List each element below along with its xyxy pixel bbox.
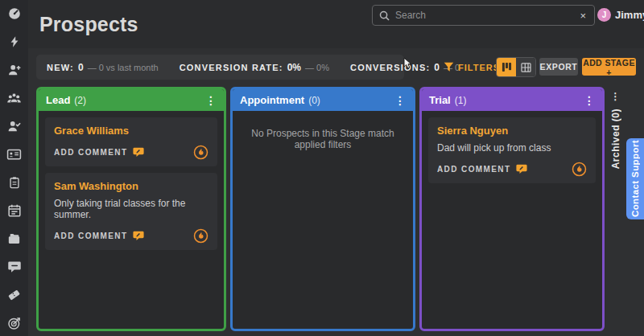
- kanban-icon: [502, 62, 512, 72]
- stage-count: (0): [308, 95, 320, 106]
- add-comment-button[interactable]: ADD COMMENT: [54, 231, 144, 241]
- dashboard-gauge-icon[interactable]: [6, 6, 23, 22]
- stat-new: NEW: 0 — 0 vs last month: [47, 62, 159, 73]
- prospect-card[interactable]: Sierra Nguyen Dad will pick up from clas…: [428, 117, 596, 183]
- contact-support-tab[interactable]: Contact Support: [626, 138, 644, 219]
- stage-column-appointment: Appointment (0) ⋮ No Prospects in this S…: [230, 87, 415, 331]
- clear-search-icon[interactable]: ×: [578, 10, 588, 21]
- stage-count: (2): [74, 95, 86, 106]
- contact-support-label: Contact Support: [630, 140, 640, 217]
- search-box[interactable]: ×: [372, 5, 595, 26]
- ticket-icon[interactable]: [6, 287, 23, 303]
- stage-menu-icon[interactable]: ⋮: [584, 95, 595, 106]
- prospect-note: Dad will pick up from class: [437, 142, 587, 154]
- prospect-name[interactable]: Sam Washington: [54, 180, 208, 192]
- search-icon: [379, 10, 390, 21]
- comment-bubble-icon: [516, 164, 527, 174]
- page-title: Prospects: [39, 13, 138, 36]
- add-comment-button[interactable]: ADD COMMENT: [54, 147, 144, 158]
- stage-menu-icon[interactable]: ⋮: [205, 95, 217, 106]
- user-menu[interactable]: J Jimmy: [597, 6, 644, 23]
- prospect-name[interactable]: Grace Williams: [54, 125, 208, 137]
- calendar-icon[interactable]: [6, 203, 23, 219]
- clipboard-icon[interactable]: [6, 174, 23, 191]
- hot-lead-fire-icon[interactable]: [193, 228, 208, 244]
- user-name: Jimmy: [615, 9, 644, 21]
- prospect-card[interactable]: Grace Williams ADD COMMENT: [45, 117, 217, 166]
- people-group-icon[interactable]: [6, 90, 23, 106]
- hot-lead-fire-icon[interactable]: [572, 162, 587, 177]
- archived-stage-label: Archived (0): [610, 109, 621, 169]
- stage-header-appointment: Appointment (0) ⋮: [233, 89, 413, 111]
- prospects-app: Prospects × J Jimmy NEW: 0 — 0 vs last m…: [0, 0, 644, 336]
- stage-menu-icon[interactable]: ⋮: [394, 95, 406, 106]
- grid-view-button[interactable]: [516, 58, 535, 76]
- stage-count: (1): [455, 95, 467, 106]
- prospect-note: Only taking trial classes for the summer…: [54, 198, 208, 220]
- export-button[interactable]: EXPORT: [539, 58, 578, 76]
- funnel-icon: [444, 62, 454, 72]
- hot-lead-fire-icon[interactable]: [193, 145, 208, 160]
- avatar: J: [597, 8, 611, 22]
- folders-icon[interactable]: [6, 231, 23, 247]
- empty-stage-message: No Prospects in this Stage match applied…: [239, 117, 407, 150]
- id-card-icon[interactable]: [6, 146, 23, 162]
- add-comment-button[interactable]: ADD COMMENT: [437, 164, 527, 174]
- stage-menu-icon[interactable]: ⋮: [611, 92, 621, 101]
- stage-column-lead: Lead (2) ⋮ Grace Williams ADD COMMENT Sa…: [36, 87, 226, 331]
- stage-header-trial: Trial (1) ⋮: [422, 89, 602, 111]
- add-stage-button[interactable]: ADD STAGE +: [582, 58, 636, 76]
- prospect-name[interactable]: Sierra Nguyen: [437, 125, 587, 137]
- search-input[interactable]: [395, 10, 572, 21]
- stage-column-trial: Trial (1) ⋮ Sierra Nguyen Dad will pick …: [419, 87, 605, 331]
- stats-bar: NEW: 0 — 0 vs last month CONVERSION RATE…: [36, 55, 404, 80]
- comment-bubble-icon: [133, 231, 144, 241]
- stage-header-lead: Lead (2) ⋮: [39, 89, 224, 111]
- grid-icon: [521, 63, 531, 72]
- target-icon[interactable]: [6, 315, 23, 331]
- archived-stage-collapsed[interactable]: ⋮ Archived (0): [606, 87, 625, 336]
- prospect-card[interactable]: Sam Washington Only taking trial classes…: [45, 173, 217, 250]
- add-person-icon[interactable]: [6, 62, 23, 78]
- comment-bubble-icon: [133, 147, 144, 158]
- chat-bubble-icon[interactable]: [6, 259, 23, 275]
- kanban-view-button[interactable]: [497, 58, 516, 76]
- sidebar-nav: [0, 0, 28, 336]
- lightning-bolt-icon[interactable]: [6, 34, 23, 50]
- stat-conversion-rate: CONVERSION RATE: 0% — 0%: [180, 62, 329, 73]
- view-toggle: [496, 57, 536, 77]
- person-check-icon[interactable]: [6, 118, 23, 134]
- filters-button[interactable]: FILTERS: [444, 59, 500, 75]
